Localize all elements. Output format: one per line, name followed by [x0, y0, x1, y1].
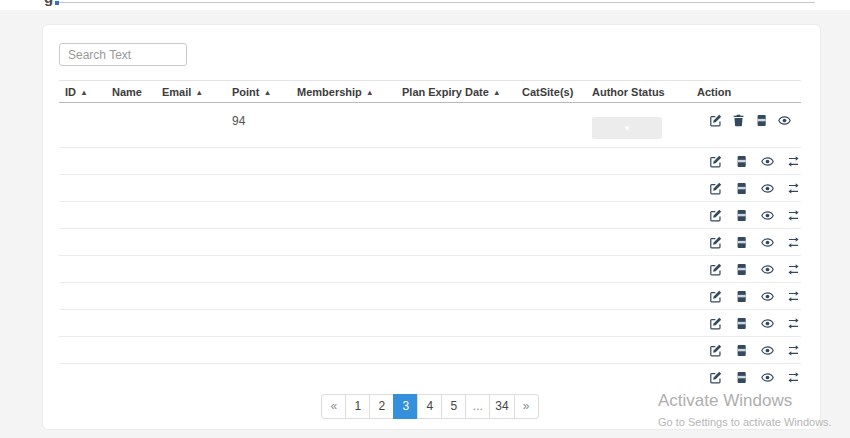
page-top-strip: g	[0, 0, 850, 10]
eye-icon[interactable]	[761, 290, 774, 303]
column-header-email[interactable]: Email▴	[156, 81, 226, 103]
eye-icon[interactable]	[761, 155, 774, 168]
cell-author-status	[586, 148, 691, 175]
eye-icon[interactable]	[761, 236, 774, 249]
edit-icon[interactable]	[709, 182, 722, 195]
column-header-action: Action	[691, 81, 801, 103]
cell-email	[156, 283, 226, 310]
cell-id	[59, 337, 106, 364]
table-row	[59, 148, 801, 175]
pagination-page-34[interactable]: 34	[489, 394, 514, 419]
edit-icon[interactable]	[709, 263, 722, 276]
edit-icon[interactable]	[709, 290, 722, 303]
table-header-row: ID▴ Name Email▴ Point▴ Membership▴ Plan …	[59, 81, 801, 103]
trash-icon[interactable]	[732, 114, 745, 127]
cell-name	[106, 202, 156, 229]
swap-icon[interactable]	[787, 371, 800, 384]
pagination-next[interactable]: »	[514, 394, 539, 419]
cutoff-blue-fragment	[55, 1, 59, 5]
swap-icon[interactable]	[787, 344, 800, 357]
eye-icon[interactable]	[778, 114, 791, 127]
eye-icon[interactable]	[761, 371, 774, 384]
cell-email	[156, 229, 226, 256]
cell-id	[59, 364, 106, 391]
swap-icon[interactable]	[787, 263, 800, 276]
address-book-icon[interactable]	[735, 236, 748, 249]
edit-icon[interactable]	[709, 371, 722, 384]
search-input[interactable]	[59, 43, 187, 66]
pagination: « 1 2 3 4 5 ... 34 »	[59, 394, 801, 419]
edit-icon[interactable]	[709, 236, 722, 249]
address-book-icon[interactable]	[735, 371, 748, 384]
edit-icon[interactable]	[709, 155, 722, 168]
users-table: ID▴ Name Email▴ Point▴ Membership▴ Plan …	[59, 80, 801, 391]
pagination-page-1[interactable]: 1	[345, 394, 370, 419]
table-row	[59, 175, 801, 202]
cell-name	[106, 283, 156, 310]
cell-point	[226, 310, 291, 337]
cell-id	[59, 283, 106, 310]
address-book-icon[interactable]	[735, 344, 748, 357]
address-book-icon[interactable]	[735, 317, 748, 330]
address-book-icon[interactable]	[735, 182, 748, 195]
cell-point: 94	[226, 103, 291, 148]
eye-icon[interactable]	[761, 263, 774, 276]
pagination-page-2[interactable]: 2	[369, 394, 394, 419]
cell-id	[59, 148, 106, 175]
cell-point	[226, 256, 291, 283]
table-row	[59, 256, 801, 283]
cell-email	[156, 175, 226, 202]
column-header-point[interactable]: Point▴	[226, 81, 291, 103]
address-book-icon[interactable]	[735, 290, 748, 303]
swap-icon[interactable]	[787, 209, 800, 222]
eye-icon[interactable]	[761, 317, 774, 330]
eye-icon[interactable]	[761, 209, 774, 222]
edit-icon[interactable]	[709, 209, 722, 222]
cell-plan-expiry	[396, 310, 516, 337]
cell-author-status	[586, 229, 691, 256]
pagination-page-5[interactable]: 5	[441, 394, 466, 419]
swap-icon[interactable]	[787, 182, 800, 195]
table-card: ID▴ Name Email▴ Point▴ Membership▴ Plan …	[42, 24, 821, 430]
column-header-catsites: CatSite(s)	[516, 81, 586, 103]
address-book-icon[interactable]	[755, 114, 768, 127]
cell-action	[691, 364, 801, 391]
author-status-dropdown[interactable]: ▾	[592, 117, 662, 139]
cell-id	[59, 310, 106, 337]
column-header-id[interactable]: ID▴	[59, 81, 106, 103]
edit-icon[interactable]	[709, 114, 722, 127]
swap-icon[interactable]	[787, 155, 800, 168]
cell-membership	[291, 202, 396, 229]
pagination-prev[interactable]: «	[321, 394, 346, 419]
cell-catsites	[516, 283, 586, 310]
address-book-icon[interactable]	[735, 209, 748, 222]
sort-caret-icon: ▴	[197, 88, 201, 97]
edit-icon[interactable]	[709, 317, 722, 330]
table-row	[59, 337, 801, 364]
edit-icon[interactable]	[709, 344, 722, 357]
column-header-plan-expiry[interactable]: Plan Expiry Date▴	[396, 81, 516, 103]
column-header-membership[interactable]: Membership▴	[291, 81, 396, 103]
swap-icon[interactable]	[787, 290, 800, 303]
cell-id	[59, 202, 106, 229]
eye-icon[interactable]	[761, 182, 774, 195]
address-book-icon[interactable]	[735, 155, 748, 168]
cell-point	[226, 175, 291, 202]
cell-catsites	[516, 202, 586, 229]
cell-author-status	[586, 202, 691, 229]
swap-icon[interactable]	[787, 317, 800, 330]
cell-action	[691, 148, 801, 175]
cell-membership	[291, 364, 396, 391]
pagination-page-4[interactable]: 4	[417, 394, 442, 419]
cell-catsites	[516, 310, 586, 337]
cell-catsites	[516, 229, 586, 256]
cell-action	[691, 229, 801, 256]
address-book-icon[interactable]	[735, 263, 748, 276]
cell-membership	[291, 175, 396, 202]
swap-icon[interactable]	[787, 236, 800, 249]
cell-author-status	[586, 310, 691, 337]
eye-icon[interactable]	[761, 344, 774, 357]
cell-catsites	[516, 103, 586, 148]
pagination-page-3-active[interactable]: 3	[393, 394, 418, 419]
cell-membership	[291, 148, 396, 175]
